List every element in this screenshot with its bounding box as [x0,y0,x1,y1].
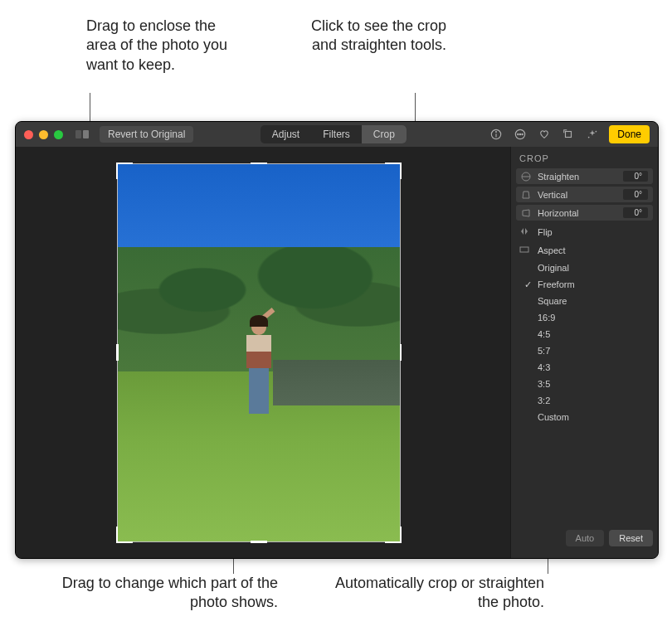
horizontal-label: Horizontal [538,208,623,218]
svg-point-6 [522,133,523,134]
callout-click-crop: Click to see the crop and straighten too… [297,17,446,56]
svg-rect-7 [565,132,571,138]
aspect-3-5[interactable]: 3:5 [538,376,658,392]
content-area: CROP Straighten 0° Vertical 0° Horizonta… [16,147,658,558]
svg-point-4 [518,133,519,134]
flip-icon [519,226,533,238]
svg-point-2 [495,132,496,133]
photo-canvas [16,147,510,558]
aspect-4-5[interactable]: 4:5 [538,326,658,342]
horizontal-row[interactable]: Horizontal 0° [516,205,653,221]
panel-title: CROP [511,147,658,168]
aspect-section[interactable]: Aspect [511,241,658,260]
favorite-icon[interactable] [538,129,550,141]
tab-adjust[interactable]: Adjust [261,125,311,143]
crop-frame[interactable] [118,164,400,541]
horizontal-value: 0° [623,207,648,218]
auto-button[interactable]: Auto [566,530,605,546]
photos-edit-window: Revert to Original Adjust Filters Crop D… [15,121,659,559]
callout-drag-change: Drag to change which part of the photo s… [37,574,278,613]
reset-button[interactable]: Reset [609,530,653,546]
minimize-button[interactable] [39,130,48,139]
aspect-16-9[interactable]: 16:9 [538,309,658,326]
edit-mode-tabs: Adjust Filters Crop [261,125,407,143]
callout-drag-enclose: Drag to enclose the area of the photo yo… [86,17,236,75]
svg-rect-12 [520,247,528,252]
straighten-label: Straighten [538,172,623,182]
callout-auto-crop: Automatically crop or straighten the pho… [312,574,544,613]
aspect-freeform[interactable]: Freeform [538,276,658,293]
vertical-value: 0° [623,189,648,200]
crop-panel: CROP Straighten 0° Vertical 0° Horizonta… [510,147,658,558]
aspect-square[interactable]: Square [538,293,658,309]
aspect-list: OriginalFreeformSquare16:94:55:74:33:53:… [511,260,658,425]
info-icon[interactable] [489,129,502,141]
fullscreen-button[interactable] [54,130,63,139]
titlebar: Revert to Original Adjust Filters Crop D… [16,122,658,147]
straighten-value: 0° [623,171,648,182]
rotate-icon[interactable] [562,129,574,141]
aspect-original[interactable]: Original [538,260,658,276]
straighten-icon [521,172,533,182]
enhance-icon[interactable] [586,129,598,141]
tab-crop[interactable]: Crop [362,125,407,143]
photo-preview[interactable] [118,164,400,541]
sidebar-toggle-icon[interactable] [75,130,89,138]
straighten-row[interactable]: Straighten 0° [516,168,653,184]
aspect-4-3[interactable]: 4:3 [538,359,658,376]
svg-point-5 [519,133,520,134]
aspect-custom[interactable]: Custom [538,409,658,425]
callout-line [415,93,416,123]
vertical-perspective-icon [521,190,533,200]
horizontal-perspective-icon [521,208,533,218]
vertical-row[interactable]: Vertical 0° [516,187,653,202]
svg-point-9 [588,137,590,138]
revert-button[interactable]: Revert to Original [100,126,193,143]
aspect-5-7[interactable]: 5:7 [538,342,658,359]
svg-point-8 [595,131,597,133]
close-button[interactable] [24,130,33,139]
aspect-icon [519,245,533,256]
aspect-3-2[interactable]: 3:2 [538,392,658,409]
vertical-label: Vertical [538,190,623,200]
flip-button[interactable]: Flip [511,223,658,241]
more-icon[interactable] [514,129,526,141]
tab-filters[interactable]: Filters [311,125,362,143]
done-button[interactable]: Done [609,125,650,143]
window-controls [24,130,63,139]
